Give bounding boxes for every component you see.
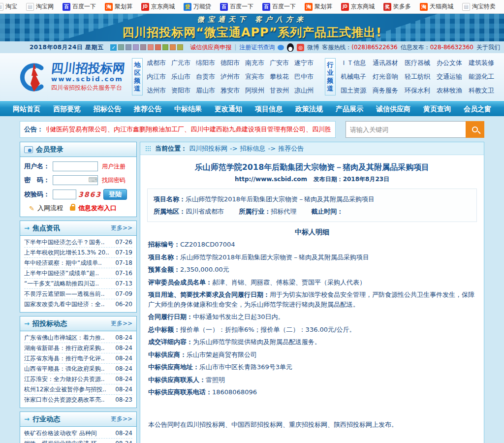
nav-item[interactable]: 黄页查询 [417, 101, 457, 116]
bookmark-item[interactable]: 淘天猫商城 [420, 2, 453, 11]
region-link[interactable]: 眉山市 [196, 86, 215, 95]
weibo-icon[interactable]: ◎ [297, 44, 304, 51]
region-link[interactable]: 巴中市 [294, 72, 314, 81]
color-square[interactable] [140, 44, 146, 50]
nav-item[interactable]: 推荐公告 [127, 101, 168, 116]
region-link[interactable]: 南充市 [245, 59, 264, 67]
color-square[interactable] [118, 44, 124, 50]
industry-link[interactable]: 科教文卫 [469, 86, 494, 95]
site-logo[interactable]: 四川招投标网 www.scbid.com 四川省招投标公共服务平台 [20, 61, 132, 93]
news-item[interactable]: 上半年税收同比增长15.3% 20..07-19 [24, 248, 132, 258]
bookmark-item[interactable]: 贷万能贷 [184, 2, 211, 11]
captcha-input[interactable] [53, 190, 76, 199]
nav-item[interactable]: 招标公告 [87, 101, 127, 116]
nav-item[interactable]: 产品展示 [329, 101, 370, 116]
news-item[interactable]: 不畏浮云遮望眼——透视当前..07-09 [24, 289, 132, 299]
news-item[interactable]: 铁矿石价格波动收窄 品种间08-24 [24, 428, 132, 439]
bookmark-item[interactable]: 淘聚划算 [305, 2, 332, 11]
nav-item[interactable]: 西部要览 [47, 101, 87, 116]
register-link[interactable]: 用户注册 [102, 162, 126, 171]
login-button[interactable]: 登陆 [103, 189, 127, 200]
bookmark-item[interactable]: JD京东商城 [341, 2, 375, 11]
ad-banner[interactable]: 微宝通天下 客户八方来 四川招投标网“微宝通APP”系列产品正式推出! [0, 14, 504, 41]
weibo-link[interactable]: 微博 [307, 43, 319, 52]
breadcrumb-link[interactable]: 推荐公告 [278, 145, 304, 152]
search-input[interactable] [346, 121, 466, 138]
color-square[interactable] [177, 44, 183, 50]
region-channel-label[interactable]: 地区频道 [132, 58, 143, 95]
news-item[interactable]: 江苏省东海县：推行电子化评..08-24 [24, 353, 132, 364]
region-link[interactable]: 凉山州 [294, 86, 314, 95]
region-link[interactable]: 雅安市 [220, 86, 240, 95]
color-square[interactable] [126, 44, 131, 50]
bookmark-item[interactable]: 百百度一下 [262, 2, 296, 11]
region-link[interactable]: 德阳市 [220, 59, 240, 67]
news-item[interactable]: 张家口市公共资源交易改革亮..08-23 [24, 395, 132, 405]
industry-link[interactable]: 灯光音响 [373, 72, 398, 81]
region-link[interactable]: 遂宁市 [294, 59, 314, 67]
region-link[interactable]: 甘孜州 [270, 86, 289, 95]
industry-channel-label[interactable]: 行业频道 [325, 58, 336, 95]
keyboard-icon[interactable]: ⌨ [88, 176, 97, 184]
username-input[interactable] [53, 161, 98, 171]
network-flow-link[interactable]: 入网流程 [37, 204, 63, 213]
bookmark-item[interactable]: ▤淘宝特卖 [462, 2, 496, 11]
nav-item[interactable]: 会员之窗 [457, 101, 498, 116]
industry-link[interactable]: 能源化工 [469, 72, 494, 81]
region-link[interactable]: 阿坝州 [245, 86, 264, 95]
industry-link[interactable]: 农林牧渔 [437, 86, 462, 95]
bookmark-item[interactable]: JD京东商城 [141, 2, 175, 11]
color-square[interactable] [148, 44, 154, 50]
news-item[interactable]: 广东省佛山市禅城区：着力推..08-24 [24, 333, 132, 343]
region-link[interactable]: 达州市 [147, 86, 166, 95]
industry-link[interactable]: 通讯器材 [373, 59, 398, 67]
news-item[interactable]: 下半年中国经济怎么干？国务..07-26 [24, 237, 132, 248]
industry-link[interactable]: 办公文体 [437, 59, 462, 67]
bookmark-item[interactable]: ▤淘宝 [0, 2, 17, 11]
more-link[interactable]: 更多>> [111, 224, 132, 232]
industry-link[interactable]: 环保水利 [405, 86, 430, 95]
news-item[interactable]: 上半年中国经济“成绩单”超..07-16 [24, 268, 132, 279]
region-link[interactable]: 乐山市 [171, 72, 190, 81]
nav-item[interactable]: 网站首页 [6, 101, 47, 116]
more-link[interactable]: 更多>> [111, 415, 132, 423]
region-link[interactable]: 泸州市 [220, 72, 240, 81]
color-square[interactable] [162, 44, 168, 50]
news-item[interactable]: 杭州12家企业被暂停参与招投..08-24 [24, 384, 132, 395]
region-link[interactable]: 广安市 [270, 59, 289, 67]
news-item[interactable]: 江苏淮安：全力做好公共资源..08-24 [24, 374, 132, 384]
source-url[interactable]: http://www.scbid.com [235, 176, 307, 183]
nav-item[interactable]: 诚信供应商 [370, 101, 417, 116]
region-link[interactable]: 内江市 [147, 72, 166, 81]
region-link[interactable]: 绵阳市 [196, 59, 215, 67]
color-square[interactable] [133, 44, 139, 50]
more-link[interactable]: 更多>> [111, 319, 132, 328]
bookmark-item[interactable]: ▤淘宝网 [26, 2, 54, 11]
region-link[interactable]: 宜宾市 [245, 72, 264, 81]
qq-icon[interactable] [287, 43, 294, 52]
cert-query-link[interactable]: 注册证书查询 [239, 43, 275, 52]
news-item[interactable]: 年中经济观察：期中“成绩单..07-18 [24, 258, 132, 268]
checkbox-icon[interactable]: ✓ [110, 44, 117, 51]
industry-link[interactable]: 轻工纺织 [405, 72, 430, 81]
bookmark-item[interactable]: 奖奖多多 [383, 2, 411, 11]
announcement-text[interactable]: 刂健医药贸易有限公司、内江市鑫鹏翔粮油加工厂、四川中建西勘九鼎建设项目管理有限公… [43, 125, 331, 134]
industry-link[interactable]: 国土资源 [341, 86, 366, 95]
breadcrumb-link[interactable]: 招标信息 [240, 145, 266, 152]
search-button[interactable] [466, 121, 484, 138]
industry-link[interactable]: 医疗器械 [405, 59, 430, 67]
news-item[interactable]: 钢铁、煤炭行业稳中求进 环08-24 [24, 439, 132, 443]
news-item[interactable]: 湖南省新邵县：推行政府采购..08-24 [24, 343, 132, 353]
nav-item[interactable]: 项目信息 [249, 101, 289, 116]
news-item[interactable]: 国家发改委九看中国经济：全..06-20 [24, 299, 132, 310]
industry-link[interactable]: 建筑装修 [469, 59, 494, 67]
color-square[interactable] [170, 44, 176, 50]
region-link[interactable]: 自贡市 [196, 72, 215, 81]
industry-link[interactable]: 机械电子 [341, 72, 366, 81]
region-link[interactable]: 资阳市 [171, 86, 190, 95]
industry-link[interactable]: 交通运输 [437, 72, 462, 81]
color-square[interactable] [155, 44, 161, 50]
nav-item[interactable]: 政策法规 [289, 101, 329, 116]
industry-link[interactable]: 商务服务 [373, 86, 398, 95]
about-us-link[interactable]: 关于我们 [476, 43, 500, 52]
